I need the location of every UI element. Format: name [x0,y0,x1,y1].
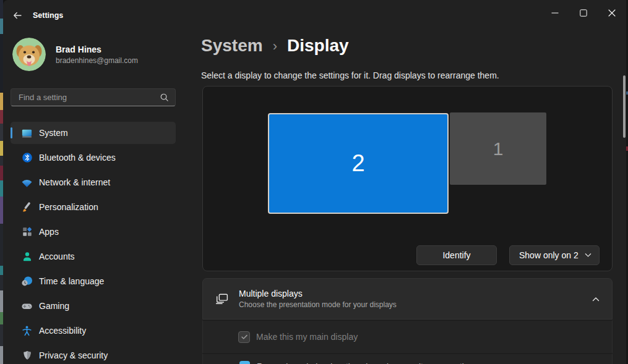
close-button[interactable] [598,0,626,26]
show-only-dropdown[interactable]: Show only on 2 [509,245,600,265]
sidebar-item-label: Time & language [39,276,104,286]
search-icon [160,93,169,102]
multiple-displays-header[interactable]: Multiple displays Choose the presentatio… [202,278,613,320]
sidebar-item-label: Accounts [39,252,75,261]
main-display-checkbox[interactable] [238,331,250,343]
network-wifi-icon [21,177,33,188]
sidebar-item-label: Gaming [39,301,69,311]
accounts-person-icon [21,251,33,263]
multiple-displays-icon [213,291,230,307]
show-only-dropdown-value: Show only on 2 [519,250,579,260]
page-description: Select a display to change the settings … [201,70,499,80]
multiple-displays-subtitle: Choose the presentation mode for your di… [239,300,397,309]
sidebar-item-label: Privacy & security [39,350,108,360]
page-title: Display [287,36,349,56]
multiple-displays-title: Multiple displays [239,289,397,298]
chevron-down-icon [585,253,591,258]
arrow-left-icon [12,11,22,20]
breadcrumb: System › Display [201,36,349,56]
sidebar-item-label: Personalization [39,202,98,212]
search-box[interactable] [11,88,176,106]
monitor-2-number: 2 [351,150,364,177]
accessibility-person-icon [21,325,33,337]
maximize-button[interactable] [569,0,598,26]
identify-button[interactable]: Identify [416,245,497,265]
user-profile[interactable]: Brad Hines bradenhines@gmail.com [12,38,186,71]
main-display-label: Make this my main display [256,332,358,342]
sidebar-item-label: Network & internet [39,177,110,187]
sidebar-item-personalization[interactable]: Personalization [11,196,176,218]
search-input[interactable] [19,93,160,102]
display-arrangement-panel: 2 1 Identify Show only on 2 [202,86,613,271]
sidebar-item-bluetooth-devices[interactable]: Bluetooth & devices [11,146,176,169]
minimize-icon [551,9,559,17]
check-icon [241,333,248,341]
sidebar-item-accessibility[interactable]: Accessibility [11,320,176,342]
gaming-controller-icon [21,300,33,312]
minimize-button[interactable] [541,0,569,26]
profile-email: bradenhines@gmail.com [56,56,138,65]
time-language-clock-icon [21,276,33,287]
system-icon [21,127,33,139]
sidebar-item-label: Accessibility [39,326,86,336]
apps-icon [21,226,33,238]
monitor-1-number: 1 [493,138,504,159]
window-controls [541,0,626,26]
bluetooth-icon [21,152,33,164]
sidebar-nav: System Bluetooth & devices [11,122,176,364]
remember-locations-label: Remember window locations based on monit… [257,362,473,364]
breadcrumb-separator: › [273,37,277,54]
remember-locations-row: Remember window locations based on monit… [202,353,613,364]
sidebar-item-label: Bluetooth & devices [39,153,116,163]
selected-indicator [11,127,12,138]
close-icon [608,9,616,17]
breadcrumb-system[interactable]: System [201,36,263,56]
sidebar-item-network-internet[interactable]: Network & internet [11,171,176,193]
app-title: Settings [33,11,63,20]
maximize-icon [580,9,587,17]
monitor-1[interactable]: 1 [450,112,546,185]
avatar [12,38,46,71]
back-button[interactable] [9,7,25,23]
screen: Settings [0,0,628,364]
remember-locations-checkbox[interactable] [239,361,250,364]
personalization-brush-icon [21,201,33,213]
chevron-up-icon[interactable] [592,297,600,302]
sidebar-item-apps[interactable]: Apps [11,221,176,243]
vertical-scrollbar[interactable] [621,31,626,352]
sidebar-item-privacy-security[interactable]: Privacy & security [11,344,176,364]
dog-avatar-image [12,38,46,71]
sidebar-item-system[interactable]: System [11,122,176,144]
scrollbar-thumb[interactable] [623,75,626,138]
sidebar-item-gaming[interactable]: Gaming [11,295,176,317]
main-display-row: Make this my main display [202,320,613,353]
privacy-shield-icon [21,350,33,362]
sidebar-item-accounts[interactable]: Accounts [11,245,176,268]
sidebar-item-label: System [39,128,68,138]
sidebar-item-label: Apps [39,227,59,237]
profile-name: Brad Hines [56,44,138,54]
monitor-2[interactable]: 2 [268,113,449,214]
sidebar-item-time-language[interactable]: Time & language [11,270,176,292]
settings-window: Settings [3,0,626,364]
